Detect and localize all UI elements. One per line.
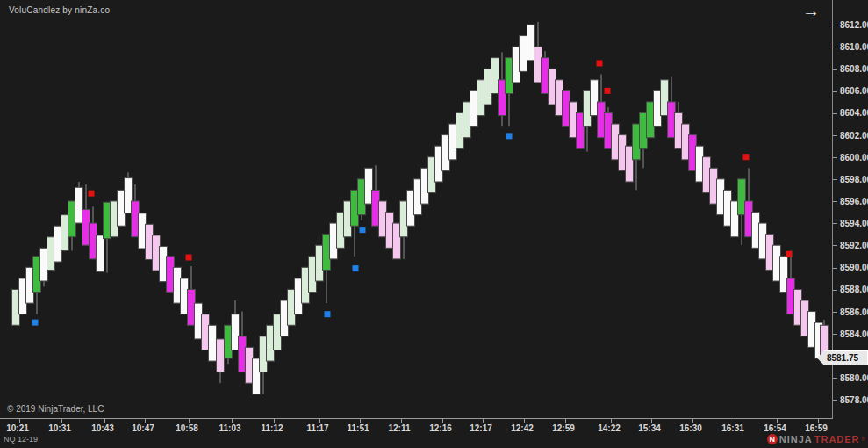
time-tick-label: 16:54 [757,423,793,433]
price-axis-tick: 8590.00 [833,262,868,272]
signal-marker-red [786,251,793,257]
price-tick-label: 8586.00 [840,307,868,316]
tick-mark [833,378,837,379]
time-axis-tick [319,419,320,423]
signal-marker-blue [325,311,331,317]
price-axis-tick: 8580.00 [833,372,868,383]
candle [209,325,217,361]
signal-marker-blue [360,227,366,233]
time-tick-label: 16:59 [799,423,834,433]
price-axis-tick: 8612.00 [833,19,868,30]
time-tick-label: 11:51 [341,423,376,433]
price-chart[interactable] [0,0,833,419]
price-axis-tick: 8584.00 [833,329,868,339]
price-axis-tick: 8594.00 [833,218,868,228]
instrument-label: NQ 12-19 [4,435,38,444]
tick-mark [833,290,837,291]
price-tick-label: 8590.00 [840,263,868,272]
signal-marker-red [743,154,750,160]
time-tick-label: 11:17 [300,423,335,433]
time-tick-label: 14:22 [592,423,627,433]
price-axis-tick: 8600.00 [833,152,868,163]
time-tick-label: 15:34 [632,423,667,433]
price-axis-tick: 8602.00 [833,130,868,141]
tick-mark [833,47,837,47]
time-axis-tick [401,419,402,423]
signal-marker-red [605,88,611,94]
time-tick-label: 10:43 [85,423,120,433]
logo-text-trader: TRADER [814,434,860,444]
time-axis-tick [777,419,778,423]
time-axis-tick [735,419,735,423]
time-axis-line [0,418,833,419]
price-tick-label: 8580.00 [840,373,868,383]
time-axis-tick [19,419,20,423]
price-tick-label: 8584.00 [840,329,868,338]
price-tick-label: 8608.00 [840,64,868,74]
candle [217,339,225,372]
tick-mark [833,312,837,313]
tick-mark [833,135,837,136]
price-axis-tick: 8604.00 [833,107,868,118]
price-axis-tick: 8588.00 [833,284,868,294]
candle [520,36,527,72]
tick-mark [833,113,837,114]
tick-mark [833,179,837,180]
candle [97,235,104,271]
tick-mark [833,91,837,92]
time-axis-tick [442,419,443,423]
indicator-label: VoluCandlez by ninZa.co [9,5,110,15]
price-tick-label: 8598.00 [840,175,868,184]
logo-text-ninja: NINJA [779,434,813,444]
price-tick-label: 8592.00 [840,241,868,250]
time-tick-label: 10:58 [169,423,204,433]
time-axis-tick [818,419,819,423]
time-tick-label: 11:03 [212,423,247,433]
tick-mark [833,157,837,158]
price-axis-tick: 8586.00 [833,307,868,317]
go-to-latest-bar-arrow-icon[interactable]: → [802,1,820,21]
time-tick-label: 10:31 [42,423,77,433]
time-axis-tick [274,419,275,423]
tick-mark [833,201,837,202]
last-price-badge: 8581.75 [817,350,868,365]
price-tick-label: 8610.00 [840,42,868,52]
time-axis-tick [565,419,566,423]
copyright-text: © 2019 NinjaTrader, LLC [7,404,104,414]
price-tick-label: 8600.00 [840,152,868,162]
signal-marker-blue [353,265,359,271]
time-tick-label: 12:42 [505,423,540,433]
price-axis-tick: 8598.00 [833,174,868,184]
registered-mark: ® [862,437,865,442]
time-tick-label: 16:30 [673,423,708,433]
signal-marker-red [597,60,603,66]
time-axis-tick [483,419,484,423]
price-tick-label: 8596.00 [840,197,868,206]
price-axis-tick: 8606.00 [833,85,868,96]
signal-marker-blue [506,133,513,139]
price-tick-label: 8604.00 [840,108,868,118]
time-tick-label: 10:47 [126,423,161,433]
signal-marker-red [89,191,95,197]
price-tick-label: 8606.00 [840,86,868,96]
tick-mark [833,223,837,224]
price-axis-tick: 8578.00 [833,394,868,405]
time-tick-label: 10:21 [0,423,35,433]
tick-mark [833,334,837,335]
price-tick-label: 8578.00 [840,395,868,405]
time-axis-tick [61,419,62,423]
time-axis-tick [360,419,361,423]
time-axis-tick [611,419,612,423]
ninjatrader-logo: N NINJATRADER® [767,434,865,444]
price-tick-label: 8588.00 [840,285,868,294]
signal-marker-blue [32,320,39,326]
time-tick-label: 12:59 [546,423,581,433]
time-axis-tick [651,419,652,423]
time-axis-tick [232,419,233,423]
time-tick-label: 12:17 [463,423,499,433]
tick-mark [833,400,837,401]
time-tick-label: 12:11 [382,423,417,433]
ninjatrader-chart-window: VoluCandlez by ninZa.co → 8612.008610.00… [0,0,868,448]
tick-mark [833,69,837,70]
tick-mark [833,25,837,25]
